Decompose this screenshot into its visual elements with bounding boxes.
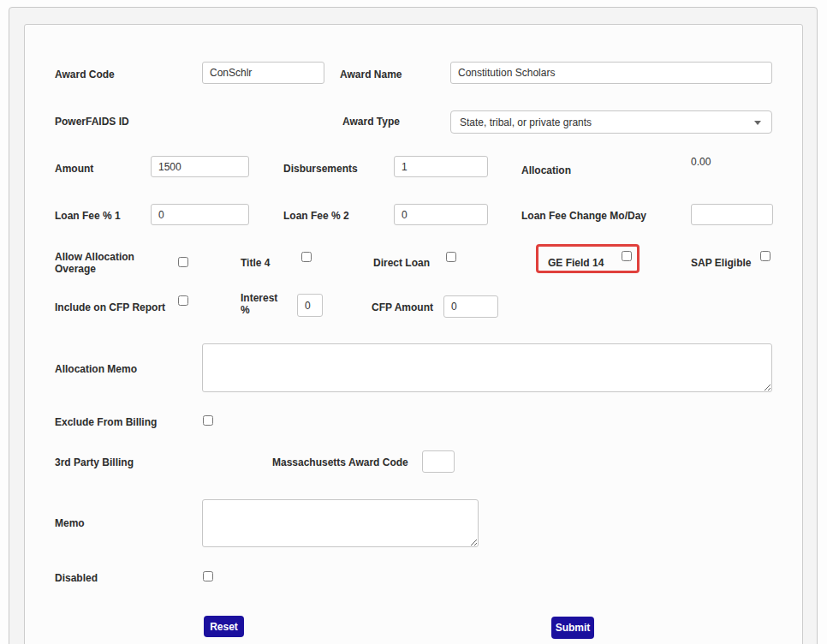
- award-type-label: Award Type: [342, 116, 400, 128]
- ge-field-14-label: GE Field 14: [548, 257, 604, 269]
- include-on-cfp-report-checkbox[interactable]: [178, 295, 188, 306]
- outer-panel: Award Code Award Name PowerFAIDS ID Awar…: [9, 7, 818, 644]
- allow-allocation-overage-checkbox[interactable]: [178, 257, 188, 267]
- amount-input[interactable]: [151, 156, 249, 177]
- memo-textarea[interactable]: [202, 499, 479, 547]
- loan-fee-change-input[interactable]: [691, 204, 773, 225]
- ge-field-14-checkbox[interactable]: [622, 251, 632, 261]
- title-4-label: Title 4: [241, 257, 270, 269]
- award-type-selected-value: State, tribal, or private grants: [460, 116, 592, 128]
- award-form-card: Award Code Award Name PowerFAIDS ID Awar…: [24, 24, 803, 644]
- sap-eligible-checkbox[interactable]: [760, 251, 770, 261]
- allocation-memo-label: Allocation Memo: [55, 363, 137, 375]
- award-type-select[interactable]: State, tribal, or private grants: [450, 110, 772, 134]
- powerfaids-id-label: PowerFAIDS ID: [55, 116, 129, 128]
- chevron-down-icon: [754, 121, 761, 125]
- loan-fee-1-label: Loan Fee % 1: [55, 210, 121, 222]
- allow-allocation-overage-label: Allow Allocation Overage: [55, 251, 142, 275]
- submit-button[interactable]: Submit: [551, 617, 594, 639]
- allocation-label: Allocation: [521, 164, 571, 176]
- direct-loan-checkbox[interactable]: [446, 252, 456, 262]
- disbursements-label: Disbursements: [283, 163, 358, 175]
- exclude-from-billing-label: Exclude From Billing: [55, 416, 157, 428]
- cfp-amount-label: CFP Amount: [372, 301, 433, 313]
- loan-fee-1-input[interactable]: [151, 204, 249, 225]
- loan-fee-2-label: Loan Fee % 2: [283, 210, 349, 222]
- amount-label: Amount: [55, 163, 93, 175]
- award-code-label: Award Code: [55, 69, 115, 80]
- disbursements-input[interactable]: [394, 156, 488, 177]
- include-on-cfp-report-label: Include on CFP Report: [55, 301, 165, 313]
- direct-loan-label: Direct Loan: [373, 257, 430, 269]
- disabled-checkbox[interactable]: [203, 571, 213, 581]
- award-name-input[interactable]: [450, 62, 772, 84]
- exclude-from-billing-checkbox[interactable]: [203, 415, 213, 426]
- interest-pct-label: Interest %: [241, 292, 288, 316]
- disabled-label: Disabled: [55, 572, 98, 584]
- award-name-label: Award Name: [340, 69, 402, 80]
- loan-fee-2-input[interactable]: [394, 204, 488, 225]
- loan-fee-change-label: Loan Fee Change Mo/Day: [521, 210, 646, 222]
- massachusetts-award-code-input[interactable]: [422, 450, 455, 473]
- memo-label: Memo: [55, 517, 85, 529]
- sap-eligible-label: SAP Eligible: [691, 257, 751, 269]
- award-code-input[interactable]: [202, 62, 324, 84]
- allocation-value: 0.00: [691, 156, 711, 168]
- reset-button[interactable]: Reset: [204, 616, 244, 637]
- allocation-memo-textarea[interactable]: [202, 343, 772, 392]
- massachusetts-award-code-label: Massachusetts Award Code: [272, 456, 408, 468]
- cfp-amount-input[interactable]: [443, 295, 498, 318]
- title-4-checkbox[interactable]: [301, 252, 312, 262]
- third-party-billing-label: 3rd Party Billing: [55, 456, 134, 468]
- interest-pct-input[interactable]: [297, 294, 323, 317]
